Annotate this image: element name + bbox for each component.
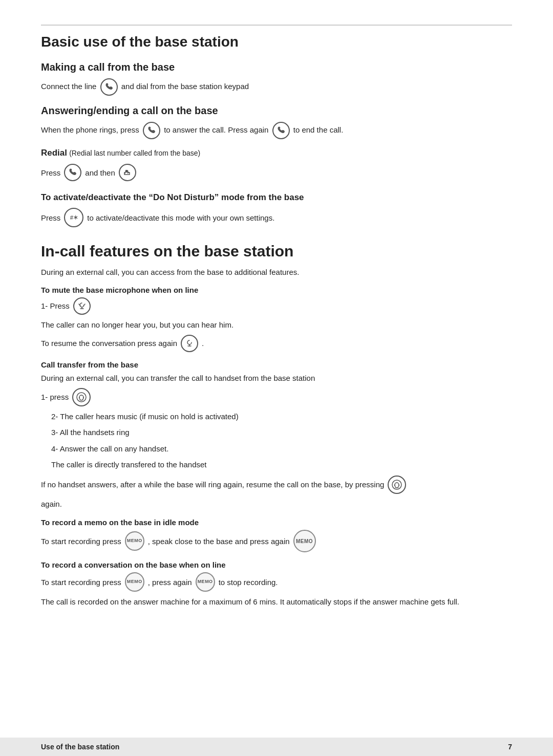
redial-press: Press and then [41,164,512,181]
redial-section: Redial (Redial last number called from t… [41,146,512,160]
dnd-icon: #✶ [64,208,83,227]
transfer-icon-2 [388,476,406,494]
transfer-intro: During an external call, you can transfe… [41,372,512,384]
memo-icon-2: MEMO [293,530,316,552]
footer-page-number: 7 [508,743,512,751]
svg-rect-12 [398,485,399,487]
redial-bold: Redial [41,148,67,158]
memo-icon-1: MEMO [125,531,144,551]
redial-normal: (Redial last number called from the base… [69,149,200,157]
transfer-step4: 4- Answer the call on any handset. [51,443,512,455]
svg-rect-11 [394,485,395,487]
answering-text: When the phone rings, press to answer th… [41,122,512,139]
transfer-again: again. [41,498,512,510]
mute-resume: To resume the conversation press again . [41,335,512,352]
memo-icon-4: MEMO [196,572,215,592]
answering-title: Answering/ending a call on the base [41,105,512,117]
making-call-title: Making a call from the base [41,61,512,73]
dnd-text: Press #✶ to activate/deactivate this mod… [41,208,512,227]
memo-icon-3: MEMO [125,572,144,592]
transfer-icon [72,388,91,406]
record-online-text: To start recording press MEMO , press ag… [41,572,512,592]
arrow-icon-redial [119,164,136,181]
footer-label: Use of the base station [41,743,119,751]
transfer-step3: 3- All the handsets ring [51,426,512,438]
transfer-step5: The caller is directly transfered to the… [51,459,512,470]
transfer-steps: 2- The caller hears music (if music on h… [51,411,512,470]
mute-title: To mute the base microphone when on line [41,286,512,294]
mute-text1: The caller can no longer hear you, but y… [41,319,512,331]
mute-icon [73,297,91,315]
phone-icon-redial [64,164,81,181]
transfer-step2: 2- The caller hears music (if music on h… [51,411,512,422]
incall-intro: During an external call, you can access … [41,266,512,278]
main-title-1: Basic use of the base station [41,25,512,50]
transfer-after: If no handset answers, after a while the… [41,476,512,494]
transfer-title: Call transfer from the base [41,360,512,369]
phone-icon-making [100,78,118,96]
page-footer: Use of the base station 7 [0,738,553,756]
mute-icon-2 [181,335,198,352]
making-call-text: Connect the line and dial from the base … [41,78,512,96]
record-online-title: To record a conversation on the base whe… [41,560,512,569]
mute-step1: 1- Press [41,297,512,315]
svg-rect-8 [79,397,80,399]
phone-icon-answer2 [272,122,290,139]
record-idle-text: To start recording press MEMO , speak cl… [41,530,512,552]
phone-icon-answer1 [143,122,160,139]
transfer-step1: 1- press [41,388,512,406]
record-online-note: The call is recorded on the answer machi… [41,596,512,608]
main-title-2: In-call features on the base station [41,243,512,260]
dnd-title: To activate/deactivate the “Do Not Distu… [41,192,512,203]
svg-line-4 [83,304,85,306]
record-idle-title: To record a memo on the base in idle mod… [41,518,512,527]
svg-rect-9 [83,397,84,399]
